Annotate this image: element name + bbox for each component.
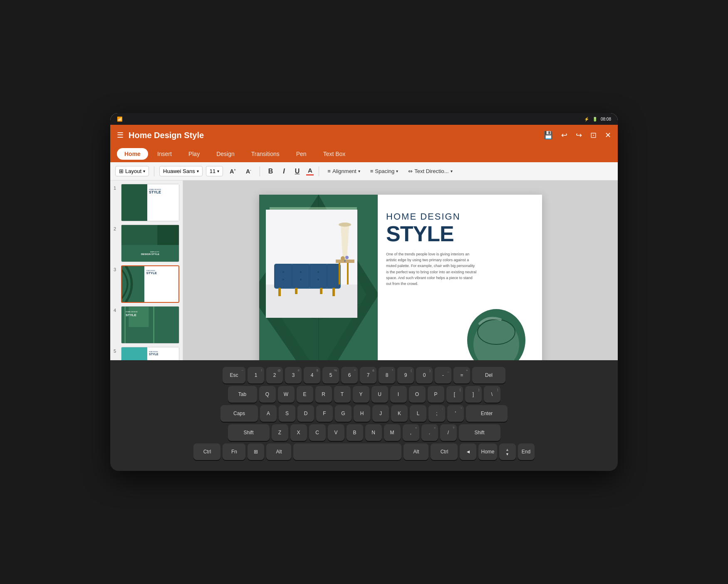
key-alt-left[interactable]: Alt: [266, 443, 291, 460]
slide-canvas[interactable]: HOME DESIGN STYLE One of the trends peop…: [259, 195, 542, 361]
key-end[interactable]: End: [518, 443, 535, 460]
window-icon[interactable]: ⊡: [590, 131, 597, 140]
slide-item-5[interactable]: 5 HOME DESIGN STYLE: [114, 347, 179, 360]
key-fn[interactable]: Fn: [223, 443, 245, 460]
key-shift-right[interactable]: Shift: [459, 424, 500, 441]
undo-icon[interactable]: ↩: [561, 131, 567, 140]
key-del[interactable]: Del: [472, 367, 505, 384]
key-ctrl-right[interactable]: Ctrl: [431, 443, 458, 460]
key-m[interactable]: M: [384, 424, 401, 441]
key-c[interactable]: C: [309, 424, 326, 441]
tab-pen[interactable]: Pen: [289, 148, 314, 160]
slide-item-1[interactable]: 1 HOME DESIGN STYLE: [114, 184, 179, 221]
alignment-button[interactable]: ≡ Alignment ▾: [324, 166, 363, 176]
key-esc[interactable]: Esc~: [223, 367, 245, 384]
slide-item-2[interactable]: 2 SIMPLICITY: [114, 225, 179, 262]
key-l[interactable]: L: [410, 405, 426, 422]
save-icon[interactable]: 💾: [544, 131, 553, 140]
key-s[interactable]: S: [279, 405, 295, 422]
tab-textbox[interactable]: Text Box: [316, 148, 353, 160]
key-shift-left[interactable]: Shift: [228, 424, 270, 441]
key-tab[interactable]: Tab: [228, 386, 257, 403]
font-size-selector[interactable]: 11 ▾: [206, 166, 223, 176]
key-period[interactable]: >.: [421, 424, 438, 441]
layout-button[interactable]: ⊞ Layout ▾: [115, 166, 149, 176]
key-t[interactable]: T: [334, 386, 351, 403]
text-direction-button[interactable]: ⇔ Text Directio... ▾: [405, 166, 456, 176]
key-bracket-open[interactable]: {[: [446, 386, 463, 403]
key-caps[interactable]: Caps: [220, 405, 258, 422]
key-e[interactable]: E: [297, 386, 313, 403]
bold-button[interactable]: B: [265, 166, 277, 177]
key-0[interactable]: )0: [416, 367, 433, 384]
key-5[interactable]: %5: [322, 367, 339, 384]
font-color-button[interactable]: A: [306, 167, 314, 176]
key-slash[interactable]: ?/: [440, 424, 457, 441]
slide-thumb-5[interactable]: HOME DESIGN STYLE: [121, 347, 179, 360]
key-win[interactable]: ⊞: [248, 443, 264, 460]
key-minus[interactable]: _-: [435, 367, 451, 384]
key-p[interactable]: P: [428, 386, 444, 403]
key-backslash[interactable]: |\: [484, 386, 500, 403]
tab-design[interactable]: Design: [209, 148, 242, 160]
key-1[interactable]: !1: [248, 367, 264, 384]
key-quote[interactable]: "': [447, 405, 464, 422]
tab-home[interactable]: Home: [117, 148, 148, 160]
key-d[interactable]: D: [297, 405, 314, 422]
slide-item-4[interactable]: 4 HOME DESIGN STYLE: [114, 306, 179, 344]
tab-play[interactable]: Play: [181, 148, 207, 160]
key-q[interactable]: Q: [259, 386, 276, 403]
key-6[interactable]: ^6: [341, 367, 358, 384]
key-j[interactable]: J: [372, 405, 389, 422]
key-space[interactable]: [293, 443, 401, 460]
slide-thumb-4[interactable]: HOME DESIGN STYLE: [121, 306, 179, 344]
key-8[interactable]: *8: [379, 367, 395, 384]
slide-thumb-3[interactable]: HOME DESIGN STYLE: [121, 265, 179, 303]
key-bracket-close[interactable]: }]: [465, 386, 482, 403]
key-9[interactable]: (9: [397, 367, 414, 384]
slide-thumb-1[interactable]: HOME DESIGN STYLE: [121, 184, 179, 221]
key-r[interactable]: R: [315, 386, 332, 403]
close-icon[interactable]: ✕: [605, 131, 611, 140]
key-enter[interactable]: Enter: [466, 405, 508, 422]
key-3[interactable]: #3: [285, 367, 302, 384]
key-comma[interactable]: <,: [403, 424, 419, 441]
key-f[interactable]: F: [316, 405, 333, 422]
key-arrow-left[interactable]: ◄: [460, 443, 476, 460]
key-i[interactable]: I: [390, 386, 407, 403]
slide-item-3[interactable]: 3 HOME DESIGN: [114, 265, 179, 303]
key-v[interactable]: V: [328, 424, 344, 441]
key-z[interactable]: Z: [272, 424, 288, 441]
key-arrows-up-down[interactable]: ▲ ▼: [499, 443, 516, 460]
tab-insert[interactable]: Insert: [150, 148, 179, 160]
key-h[interactable]: H: [354, 405, 370, 422]
font-selector[interactable]: Huawei Sans ▾: [159, 166, 203, 176]
font-increase-button[interactable]: A+: [226, 166, 239, 176]
key-o[interactable]: O: [409, 386, 426, 403]
key-b[interactable]: B: [347, 424, 363, 441]
key-ctrl-left[interactable]: Ctrl: [193, 443, 220, 460]
redo-icon[interactable]: ↪: [576, 131, 582, 140]
key-w[interactable]: W: [278, 386, 295, 403]
key-2[interactable]: @2: [266, 367, 283, 384]
key-g[interactable]: G: [335, 405, 352, 422]
key-4[interactable]: $4: [304, 367, 320, 384]
underline-button[interactable]: U: [292, 166, 303, 177]
key-n[interactable]: N: [365, 424, 382, 441]
spacing-button[interactable]: ≡ Spacing ▾: [367, 166, 402, 176]
tab-transitions[interactable]: Transitions: [244, 148, 287, 160]
key-y[interactable]: Y: [353, 386, 369, 403]
slide-thumb-2[interactable]: SIMPLICITY DESIGN STYLE: [121, 225, 179, 262]
key-x[interactable]: X: [290, 424, 307, 441]
italic-button[interactable]: I: [280, 166, 288, 177]
key-7[interactable]: &7: [360, 367, 376, 384]
key-a[interactable]: A: [260, 405, 277, 422]
menu-icon[interactable]: ☰: [117, 131, 124, 140]
font-decrease-button[interactable]: A-: [243, 166, 255, 176]
key-semicolon[interactable]: :;: [428, 405, 445, 422]
key-u[interactable]: U: [371, 386, 388, 403]
key-home[interactable]: Home: [478, 443, 497, 460]
key-k[interactable]: K: [391, 405, 408, 422]
key-equals[interactable]: +=: [453, 367, 470, 384]
key-alt-right[interactable]: Alt: [404, 443, 428, 460]
